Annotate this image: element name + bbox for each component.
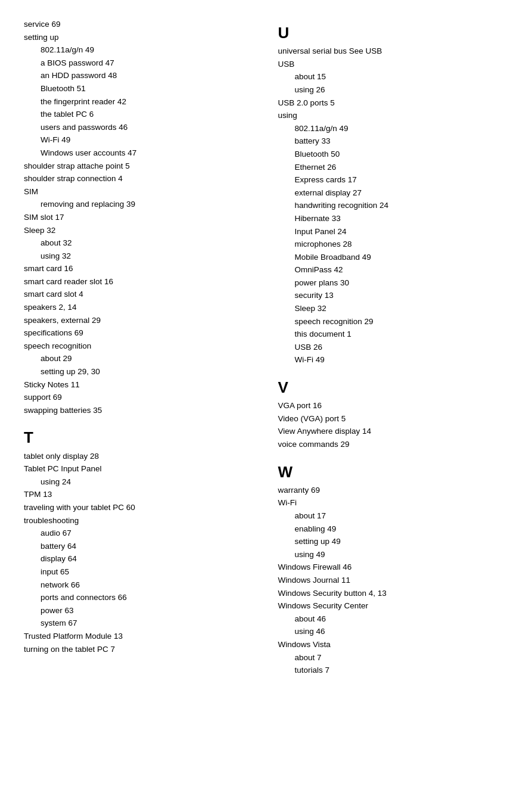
page-container: service 69setting up802.11a/g/n 49a BIOS… [24,18,508,805]
index-entry: input 65 [41,565,254,579]
index-entry: an HDD password 48 [41,69,254,82]
index-entry: Tablet PC Input Panel [24,462,254,475]
index-entry: setting up 49 [295,535,509,548]
index-entry: speech recognition 29 [295,315,509,328]
index-entry: battery 64 [41,540,254,553]
index-entry: power 63 [41,604,254,617]
index-entry: about 15 [295,70,509,83]
index-entry: audio 67 [41,527,254,540]
index-entry: setting up 29, 30 [41,365,254,378]
left-entries: service 69setting up802.11a/g/n 49a BIOS… [24,18,254,417]
index-entry: Windows Vista [278,638,509,651]
index-entry: setting up [24,31,254,44]
right-column: U universal serial bus See USBUSBabout 1… [266,18,509,797]
index-entry: specifications 69 [24,327,254,340]
index-entry: using 24 [41,475,254,489]
index-entry: shoulder strap attache point 5 [24,160,254,173]
index-entry: warranty 69 [278,484,509,497]
index-entry: support 69 [24,391,254,404]
index-entry: external display 27 [295,187,509,200]
index-entry: network 66 [41,579,254,592]
index-entry: using [278,109,509,122]
index-entry: speakers, external 29 [24,314,254,327]
index-entry: users and passwords 46 [41,121,254,134]
index-entry: security 13 [295,289,509,302]
index-entry: Windows user accounts 47 [41,147,254,160]
index-entry: Trusted Platform Module 13 [24,630,254,643]
index-entry: this document 1 [295,328,509,341]
index-entry: about 7 [295,651,509,664]
index-entry: about 32 [41,237,254,250]
index-entry: smart card reader slot 16 [24,275,254,288]
index-entry: tablet only display 28 [24,450,254,463]
index-entry: Mobile Broadband 49 [295,251,509,264]
index-entry: enabling 49 [295,523,509,536]
index-entry: Bluetooth 50 [295,148,509,161]
index-entry: ports and connectors 66 [41,591,254,604]
index-entry: about 46 [295,613,509,626]
index-entry: Windows Security button 4, 13 [278,587,509,600]
index-entry: USB 2.0 ports 5 [278,97,509,110]
index-entry: TPM 13 [24,488,254,501]
index-entry: USB [278,58,509,71]
index-entry: 802.11a/g/n 49 [295,122,509,135]
section-letter-w: W [278,463,509,481]
index-entry: handwriting recognition 24 [295,199,509,212]
index-entry: shoulder strap connection 4 [24,172,254,185]
index-entry: microphones 28 [295,238,509,251]
index-entry: removing and replacing 39 [41,198,254,211]
index-entry: VGA port 16 [278,399,509,412]
t-section-entries: tablet only display 28Tablet PC Input Pa… [24,450,254,656]
index-entry: smart card 16 [24,262,254,275]
index-entry: universal serial bus See USB [278,45,509,58]
index-entry: turning on the tablet PC 7 [24,643,254,656]
index-entry: Sleep 32 [24,224,254,237]
index-entry: SIM [24,185,254,198]
index-entry: Wi-Fi [278,496,509,509]
index-entry: Express cards 17 [295,173,509,187]
index-entry: battery 33 [295,135,509,148]
index-entry: Wi-Fi 49 [295,353,509,366]
index-entry: using 46 [295,625,509,638]
index-entry: Bluetooth 51 [41,82,254,95]
columns: service 69setting up802.11a/g/n 49a BIOS… [24,18,508,797]
section-letter-u: U [278,24,509,42]
index-entry: system 67 [41,617,254,630]
index-entry: Hibernate 33 [295,212,509,225]
u-section-entries: universal serial bus See USBUSBabout 15u… [278,45,509,366]
section-letter-t: T [24,428,254,447]
index-entry: the fingerprint reader 42 [41,95,254,108]
index-entry: using 26 [295,83,509,97]
index-entry: USB 26 [295,341,509,354]
index-entry: a BIOS password 47 [41,57,254,70]
index-entry: Windows Firewall 46 [278,561,509,574]
section-letter-v: V [278,378,509,397]
index-entry: about 17 [295,509,509,523]
index-entry: Sleep 32 [295,302,509,315]
index-entry: speech recognition [24,340,254,353]
index-entry: Wi-Fi 49 [41,133,254,147]
index-entry: Windows Security Center [278,599,509,613]
index-entry: Video (VGA) port 5 [278,412,509,425]
index-entry: using 32 [41,250,254,263]
index-entry: voice commands 29 [278,438,509,451]
index-entry: speakers 2, 14 [24,301,254,314]
index-entry: power plans 30 [295,276,509,290]
index-entry: View Anywhere display 14 [278,425,509,438]
index-entry: display 64 [41,552,254,565]
index-entry: OmniPass 42 [295,263,509,276]
index-entry: 802.11a/g/n 49 [41,43,254,57]
index-entry: about 29 [41,352,254,365]
w-section-entries: warranty 69Wi-Fiabout 17enabling 49setti… [278,484,509,677]
left-column: service 69setting up802.11a/g/n 49a BIOS… [24,18,266,797]
index-entry: tutorials 7 [295,664,509,677]
index-entry: Windows Journal 11 [278,574,509,587]
index-entry: Input Panel 24 [295,225,509,238]
index-entry: swapping batteries 35 [24,404,254,417]
v-section-entries: VGA port 16Video (VGA) port 5View Anywhe… [278,399,509,450]
index-entry: Sticky Notes 11 [24,378,254,391]
index-entry: SIM slot 17 [24,211,254,224]
index-entry: using 49 [295,548,509,561]
index-entry: Ethernet 26 [295,161,509,174]
index-entry: service 69 [24,18,254,31]
